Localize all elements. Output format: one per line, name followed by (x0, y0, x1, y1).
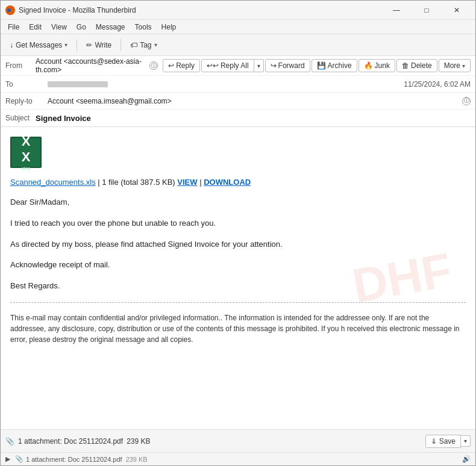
from-actions: ↩ Reply ↩↩ Reply All ▾ ↪ Forward 💾 Arch (163, 59, 471, 72)
window-controls: — □ ✕ (383, 1, 471, 20)
menu-bar: File Edit View Go Message Tools Help (1, 20, 475, 34)
menu-go[interactable]: Go (72, 22, 91, 33)
attachment-meta: | 1 file (total 387.5 KB) (98, 178, 175, 187)
write-button[interactable]: ✏ Write (81, 38, 117, 52)
main-window: Signed Invoice - Mozilla Thunderbird — □… (0, 0, 476, 466)
forward-icon: ↪ (271, 61, 277, 70)
forward-button[interactable]: ↪ Forward (265, 59, 310, 72)
maximize-button[interactable]: □ (413, 1, 440, 20)
attachment-sep-bar: | (199, 178, 201, 187)
paperclip-icon: 📎 (5, 437, 14, 446)
forward-label: Forward (278, 61, 305, 70)
attachment-filename-link[interactable]: Scanned_documents.xls (10, 178, 96, 187)
divider (10, 302, 466, 303)
reply-all-icon: ↩↩ (207, 61, 219, 70)
reply-all-label: Reply All (221, 61, 249, 70)
svg-point-1 (7, 8, 11, 12)
minimize-button[interactable]: — (383, 1, 410, 20)
footer-attachment-info: 📎 1 attachment: Doc 25112024.pdf 239 KB (5, 437, 425, 446)
toolbar-divider-2 (121, 39, 121, 51)
tag-icon: 🏷 (130, 41, 137, 49)
email-header: From Account <accounts@sedex-asia-th.com… (1, 56, 475, 127)
to-address-blurred (48, 81, 108, 87)
title-bar: Signed Invoice - Mozilla Thunderbird — □… (1, 1, 475, 20)
from-value: Account <accounts@sedex-asia-th.com> (36, 57, 147, 74)
more-label: More (444, 61, 460, 70)
window-title: Signed Invoice - Mozilla Thunderbird (19, 6, 383, 14)
xls-file-icon: X xlsx (10, 137, 42, 168)
footer-bar: 📎 1 attachment: Doc 25112024.pdf 239 KB … (1, 429, 475, 452)
close-button[interactable]: ✕ (443, 1, 471, 20)
delete-label: Delete (411, 61, 432, 70)
from-row: From Account <accounts@sedex-asia-th.com… (1, 56, 475, 76)
menu-file[interactable]: File (3, 22, 24, 33)
attachment-section: X xlsx (10, 137, 466, 168)
reply-icon: ↩ (168, 61, 174, 70)
to-label: To (5, 80, 48, 89)
get-messages-button[interactable]: ↓ Get Messages ▾ (4, 38, 73, 52)
more-button[interactable]: More ▾ (439, 59, 471, 72)
reply-all-dropdown-arrow[interactable]: ▾ (254, 59, 264, 72)
footer-attachment-count: 1 attachment: Doc 25112024.pdf (18, 437, 123, 446)
to-row: To 11/25/2024, 6:02 AM (1, 76, 475, 93)
reply-to-value: Account <seema.imseah@gmail.com> (48, 97, 460, 105)
body-paragraph4: Best Regards. (10, 280, 466, 293)
body-paragraph1: I tried to reach you over the phone but … (10, 217, 466, 230)
write-label: Write (95, 41, 111, 49)
junk-icon: 🔥 (364, 61, 373, 70)
attachment-count-badge: 1 attachment: Doc 25112024.pdf (26, 456, 122, 463)
save-icon: ⇓ (431, 437, 437, 446)
menu-message[interactable]: Message (91, 22, 130, 33)
reply-all-button[interactable]: ↩↩ Reply All (201, 59, 254, 72)
tag-dropdown-icon[interactable]: ▾ (154, 42, 157, 48)
menu-edit[interactable]: Edit (24, 22, 46, 33)
to-value (48, 80, 404, 89)
save-button[interactable]: ⇓ Save (425, 435, 461, 448)
more-dropdown-icon: ▾ (462, 63, 465, 69)
reply-to-row: Reply-to Account <seema.imseah@gmail.com… (1, 93, 475, 110)
junk-label: Junk (375, 61, 390, 70)
from-label: From (5, 61, 36, 70)
get-messages-dropdown-icon[interactable]: ▾ (64, 42, 67, 48)
body-greeting: Dear Sir/Madam, (10, 196, 466, 209)
reply-all-group: ↩↩ Reply All ▾ (201, 59, 264, 72)
sound-icon: 🔊 (462, 455, 471, 463)
subject-value: Signed Invoice (36, 114, 91, 123)
toolbar: ↓ Get Messages ▾ ✏ Write 🏷 Tag ▾ (1, 34, 475, 56)
footer-save-group: ⇓ Save ▾ (425, 435, 471, 448)
get-messages-label: Get Messages (16, 41, 62, 49)
reply-to-security-icon[interactable]: ⓘ (462, 97, 471, 105)
disclaimer-text: This e-mail may contain confidential and… (10, 312, 466, 345)
get-messages-icon: ↓ (10, 41, 13, 49)
tag-button[interactable]: 🏷 Tag ▾ (125, 38, 162, 52)
view-link[interactable]: VIEW (177, 178, 197, 187)
subject-row: Subject Signed Invoice (1, 110, 475, 126)
email-date: 11/25/2024, 6:02 AM (404, 80, 471, 89)
attachment-info: Scanned_documents.xls | 1 file (total 38… (10, 178, 466, 187)
archive-icon: 💾 (317, 61, 326, 70)
archive-button[interactable]: 💾 Archive (312, 59, 357, 72)
menu-tools[interactable]: Tools (130, 22, 157, 33)
delete-icon: 🗑 (402, 61, 409, 70)
download-link[interactable]: DOWNLOAD (204, 178, 251, 187)
write-icon: ✏ (86, 41, 92, 49)
body-paragraph2: As directed by my boss, please find atta… (10, 238, 466, 251)
expand-icon[interactable]: ▶ (5, 455, 10, 463)
attachment-status-icon: 📎 (15, 455, 23, 463)
reply-button[interactable]: ↩ Reply (163, 59, 200, 72)
save-dropdown-arrow[interactable]: ▾ (461, 435, 471, 447)
body-content: Dear Sir/Madam, I tried to reach you ove… (10, 196, 466, 293)
archive-label: Archive (328, 61, 352, 70)
delete-button[interactable]: 🗑 Delete (396, 59, 437, 72)
app-icon (5, 5, 15, 15)
toolbar-divider-1 (77, 39, 77, 51)
reply-label: Reply (176, 61, 195, 70)
status-bar: ▶ 📎 1 attachment: Doc 25112024.pdf 239 K… (1, 452, 475, 465)
junk-button[interactable]: 🔥 Junk (359, 59, 395, 72)
menu-view[interactable]: View (46, 22, 72, 33)
email-body[interactable]: DHF X xlsx Scanned_documents.xls | 1 fil… (1, 127, 475, 429)
reply-to-label: Reply-to (5, 97, 48, 105)
save-label: Save (439, 437, 456, 446)
menu-help[interactable]: Help (157, 22, 181, 33)
security-icon[interactable]: ⓘ (149, 61, 158, 70)
